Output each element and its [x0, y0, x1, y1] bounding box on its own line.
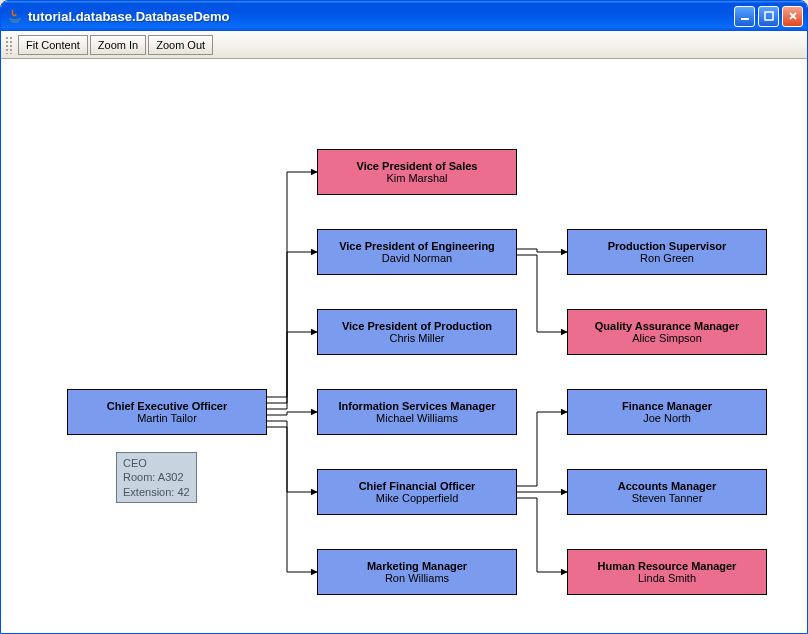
node-title: Human Resource Manager: [598, 560, 737, 572]
fit-content-button[interactable]: Fit Content: [18, 35, 88, 55]
node-tooltip: CEO Room: A302 Extension: 42: [116, 452, 197, 503]
org-node-vp_sales[interactable]: Vice President of SalesKim Marshal: [317, 149, 517, 195]
app-window: tutorial.database.DatabaseDemo Fit Conte…: [0, 0, 808, 634]
node-name: Mike Copperfield: [376, 492, 459, 504]
node-title: Vice President of Production: [342, 320, 492, 332]
node-title: Vice President of Sales: [357, 160, 478, 172]
node-title: Marketing Manager: [367, 560, 467, 572]
minimize-button[interactable]: [734, 6, 755, 27]
org-node-finance[interactable]: Finance ManagerJoe North: [567, 389, 767, 435]
node-name: Chris Miller: [390, 332, 445, 344]
edge-ceo-to-vp_eng: [267, 252, 317, 403]
node-title: Chief Financial Officer: [359, 480, 476, 492]
org-node-ceo[interactable]: Chief Executive OfficerMartin Tailor: [67, 389, 267, 435]
node-title: Quality Assurance Manager: [595, 320, 739, 332]
org-node-vp_eng[interactable]: Vice President of EngineeringDavid Norma…: [317, 229, 517, 275]
org-node-prod_sup[interactable]: Production SupervisorRon Green: [567, 229, 767, 275]
node-name: Kim Marshal: [386, 172, 447, 184]
svg-rect-1: [765, 12, 773, 20]
tooltip-line1: CEO: [123, 456, 190, 470]
node-name: Ron Green: [640, 252, 694, 264]
zoom-out-button[interactable]: Zoom Out: [148, 35, 213, 55]
edge-ceo-to-marketing: [267, 427, 317, 572]
diagram-canvas[interactable]: Chief Executive OfficerMartin TailorVice…: [1, 59, 807, 633]
org-node-hr[interactable]: Human Resource ManagerLinda Smith: [567, 549, 767, 595]
titlebar[interactable]: tutorial.database.DatabaseDemo: [1, 1, 807, 31]
edge-vp_eng-to-prod_sup: [517, 249, 567, 252]
zoom-in-button[interactable]: Zoom In: [90, 35, 146, 55]
node-title: Finance Manager: [622, 400, 712, 412]
node-name: David Norman: [382, 252, 452, 264]
node-title: Production Supervisor: [608, 240, 727, 252]
edge-cfo-to-finance: [517, 412, 567, 486]
node-title: Information Services Manager: [338, 400, 495, 412]
window-buttons: [734, 6, 803, 27]
tooltip-line3: Extension: 42: [123, 485, 190, 499]
toolbar: Fit Content Zoom In Zoom Out: [1, 31, 807, 59]
edge-ceo-to-cfo: [267, 421, 317, 492]
node-name: Joe North: [643, 412, 691, 424]
node-title: Chief Executive Officer: [107, 400, 227, 412]
node-name: Steven Tanner: [632, 492, 703, 504]
node-name: Martin Tailor: [137, 412, 197, 424]
maximize-button[interactable]: [758, 6, 779, 27]
org-node-vp_prod[interactable]: Vice President of ProductionChris Miller: [317, 309, 517, 355]
svg-rect-0: [741, 18, 749, 20]
org-node-accounts[interactable]: Accounts ManagerSteven Tanner: [567, 469, 767, 515]
window-title: tutorial.database.DatabaseDemo: [28, 9, 734, 24]
org-node-ism[interactable]: Information Services ManagerMichael Will…: [317, 389, 517, 435]
tooltip-line2: Room: A302: [123, 470, 190, 484]
edge-ceo-to-vp_sales: [267, 172, 317, 397]
edge-vp_eng-to-qa: [517, 255, 567, 332]
edge-cfo-to-hr: [517, 498, 567, 572]
node-name: Linda Smith: [638, 572, 696, 584]
toolbar-grip-icon: [5, 36, 13, 54]
edge-ceo-to-vp_prod: [267, 332, 317, 409]
close-button[interactable]: [782, 6, 803, 27]
edge-ceo-to-ism: [267, 412, 317, 415]
node-name: Michael Williams: [376, 412, 458, 424]
node-title: Accounts Manager: [618, 480, 716, 492]
node-name: Alice Simpson: [632, 332, 702, 344]
java-icon: [7, 8, 23, 24]
node-name: Ron Williams: [385, 572, 449, 584]
org-node-marketing[interactable]: Marketing ManagerRon Williams: [317, 549, 517, 595]
org-node-cfo[interactable]: Chief Financial OfficerMike Copperfield: [317, 469, 517, 515]
node-title: Vice President of Engineering: [339, 240, 495, 252]
org-node-qa[interactable]: Quality Assurance ManagerAlice Simpson: [567, 309, 767, 355]
